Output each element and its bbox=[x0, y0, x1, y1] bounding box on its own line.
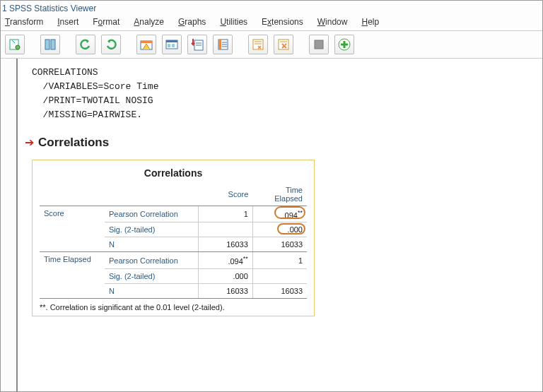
stat-label: Sig. (2-tailed) bbox=[105, 222, 199, 237]
select-last-output-button[interactable] bbox=[248, 35, 268, 54]
syntax-block: CORRELATIONS /VARIABLES=Score Time /PRIN… bbox=[32, 66, 531, 123]
svg-rect-18 bbox=[253, 40, 263, 49]
svg-rect-14 bbox=[218, 40, 221, 49]
cell-value: 16033 bbox=[199, 283, 253, 298]
section-heading: ➔ Correlations bbox=[25, 136, 531, 150]
goto-variable-button[interactable] bbox=[162, 35, 182, 54]
svg-rect-3 bbox=[51, 40, 55, 49]
correlations-table: Score Time Elapsed Score Pearson Correla… bbox=[40, 183, 307, 299]
row-var-score: Score bbox=[40, 206, 105, 252]
cell-value: 1 bbox=[252, 252, 307, 269]
svg-rect-8 bbox=[168, 44, 170, 47]
col-header-score: Score bbox=[199, 183, 253, 206]
menu-analyze[interactable]: Analyze bbox=[134, 17, 164, 27]
cell-value: .094** bbox=[199, 252, 253, 269]
window-title: 1 SPSS Statistics Viewer bbox=[1, 1, 542, 15]
table-footnote: **. Correlation is significant at the 0.… bbox=[40, 302, 307, 311]
cell-value: 16033 bbox=[199, 237, 253, 252]
stat-label: N bbox=[105, 237, 199, 252]
cell-value bbox=[199, 222, 253, 237]
cell-value: .094** bbox=[252, 206, 307, 222]
stat-label: Sig. (2-tailed) bbox=[105, 268, 199, 283]
stat-label: N bbox=[105, 283, 199, 298]
add-button[interactable] bbox=[334, 35, 354, 54]
menu-help[interactable]: Help bbox=[361, 17, 379, 27]
menubar: Transform Insert Format Analyze Graphs U… bbox=[1, 15, 542, 31]
svg-rect-9 bbox=[172, 44, 175, 47]
cell-value: 16033 bbox=[252, 283, 307, 298]
stop-button[interactable] bbox=[309, 35, 329, 54]
cell-value: .000 bbox=[199, 268, 253, 283]
pivot-title: Correlations bbox=[40, 167, 307, 179]
svg-rect-7 bbox=[166, 40, 177, 42]
menu-extensions[interactable]: Extensions bbox=[262, 17, 303, 27]
goto-data-button[interactable] bbox=[136, 35, 156, 54]
stat-label: Pearson Correlation bbox=[105, 206, 199, 222]
svg-rect-2 bbox=[45, 40, 49, 49]
redo-button[interactable] bbox=[101, 35, 121, 54]
menu-format[interactable]: Format bbox=[93, 17, 119, 27]
stat-label: Pearson Correlation bbox=[105, 252, 199, 269]
svg-rect-5 bbox=[141, 41, 152, 43]
menu-insert[interactable]: Insert bbox=[57, 17, 78, 27]
arrow-icon: ➔ bbox=[25, 136, 34, 149]
print-preview-button[interactable] bbox=[5, 35, 25, 54]
cell-value bbox=[252, 268, 307, 283]
cell-value: .000 bbox=[252, 222, 307, 237]
undo-button[interactable] bbox=[76, 35, 95, 54]
variables-button[interactable] bbox=[213, 35, 233, 54]
designate-window-button[interactable] bbox=[274, 35, 293, 54]
cell-value: 1 bbox=[199, 206, 253, 222]
menu-window[interactable]: Window bbox=[317, 17, 348, 27]
pivot-table-container[interactable]: Correlations Score Time Elapsed Score Pe… bbox=[32, 160, 315, 316]
svg-rect-23 bbox=[315, 40, 323, 49]
output-content: CORRELATIONS /VARIABLES=Score Time /PRIN… bbox=[18, 59, 542, 392]
menu-graphs[interactable]: Graphs bbox=[178, 17, 206, 27]
outline-gutter[interactable] bbox=[1, 59, 18, 392]
dialog-recall-button[interactable] bbox=[40, 35, 60, 54]
row-var-time: Time Elapsed bbox=[40, 252, 105, 299]
menu-utilities[interactable]: Utilities bbox=[220, 17, 247, 27]
goto-case-button[interactable] bbox=[187, 35, 207, 54]
svg-point-1 bbox=[16, 45, 20, 49]
menu-transform[interactable]: Transform bbox=[5, 17, 43, 27]
col-header-time: Time Elapsed bbox=[252, 183, 307, 206]
toolbar bbox=[1, 31, 542, 59]
section-title: Correlations bbox=[38, 136, 109, 150]
cell-value: 16033 bbox=[252, 237, 307, 252]
